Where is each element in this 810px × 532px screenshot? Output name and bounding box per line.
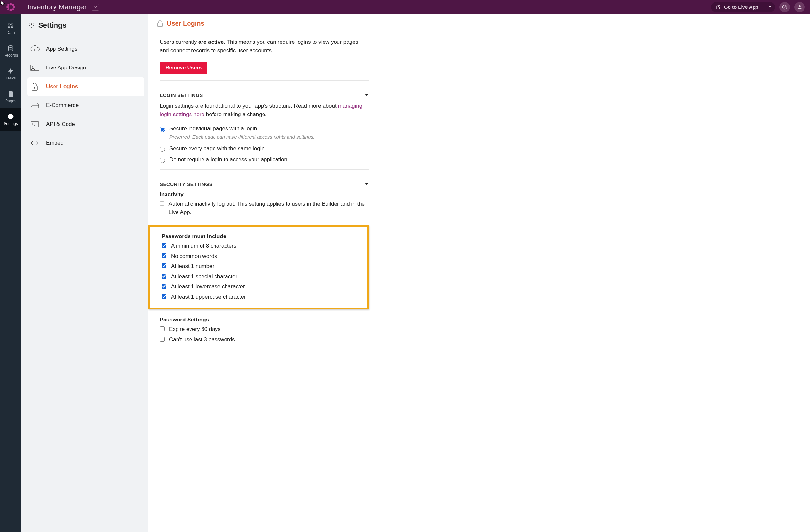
- cards-icon: [30, 101, 40, 109]
- collapse-toggle[interactable]: [365, 181, 369, 187]
- pages-icon: [7, 90, 14, 97]
- left-rail: Data Records Tasks Pages Settings: [0, 14, 21, 532]
- passwords-heading: Passwords must include: [162, 233, 360, 240]
- svg-rect-18: [34, 88, 35, 89]
- gear-icon: [7, 113, 14, 120]
- settings-item-label: Live App Design: [46, 65, 86, 71]
- rail-label: Data: [6, 31, 15, 35]
- app-dropdown[interactable]: [92, 3, 99, 11]
- section-title: LOGIN SETTINGS: [160, 93, 203, 98]
- settings-item-live-app-design[interactable]: Live App Design: [27, 59, 144, 77]
- check-label: At least 1 uppercase character: [171, 293, 246, 301]
- svg-rect-26: [158, 23, 162, 27]
- pw-rule-number[interactable]: At least 1 number: [162, 262, 360, 270]
- help-button[interactable]: [779, 2, 790, 12]
- intro-pre: Users currently: [160, 39, 198, 45]
- checkbox-input[interactable]: [160, 326, 164, 331]
- user-icon: [797, 4, 803, 10]
- cloud-gear-icon: [30, 45, 40, 53]
- help-icon: [782, 4, 787, 10]
- checkbox-input[interactable]: [162, 243, 166, 248]
- radio-input[interactable]: [160, 127, 165, 132]
- svg-point-13: [34, 49, 35, 51]
- check-label: No common words: [171, 252, 217, 261]
- check-label: A minimum of 8 characters: [171, 242, 236, 250]
- pw-rule-lowercase[interactable]: At least 1 lowercase character: [162, 283, 360, 291]
- settings-item-label: API & Code: [46, 121, 75, 128]
- radio-no-login[interactable]: Do not require a login to access your ap…: [160, 156, 369, 163]
- svg-point-2: [6, 6, 9, 8]
- checkbox-input[interactable]: [160, 201, 164, 206]
- check-label: At least 1 lowercase character: [171, 283, 245, 291]
- settings-item-app-settings[interactable]: App Settings: [27, 39, 144, 59]
- svg-rect-20: [32, 104, 38, 108]
- radio-label: Secure every page with the same login: [169, 145, 264, 152]
- settings-header: Settings: [28, 20, 141, 35]
- section-title: SECURITY SETTINGS: [160, 181, 213, 187]
- svg-point-23: [33, 143, 34, 144]
- account-button[interactable]: [794, 2, 805, 12]
- checkbox-input[interactable]: [162, 263, 166, 268]
- embed-icon: [30, 139, 40, 147]
- tasks-icon: [7, 67, 14, 74]
- radio-input[interactable]: [160, 157, 165, 163]
- radio-label: Do not require a login to access your ap…: [169, 156, 287, 163]
- radio-secure-every[interactable]: Secure every page with the same login: [160, 145, 369, 152]
- go-live-caret[interactable]: [767, 5, 773, 9]
- rail-label: Pages: [5, 99, 16, 103]
- rail-item-data[interactable]: Data: [0, 17, 21, 40]
- intro-text: Users currently are active. This means y…: [160, 38, 369, 54]
- caret-down-icon: [365, 182, 369, 186]
- security-settings-section-bar[interactable]: SECURITY SETTINGS: [160, 169, 369, 187]
- pw-rule-special[interactable]: At least 1 special character: [162, 272, 360, 281]
- lock-icon: [30, 82, 40, 91]
- caret-down-icon: [365, 93, 369, 97]
- checkbox-input[interactable]: [162, 274, 166, 279]
- pw-rule-min8[interactable]: A minimum of 8 characters: [162, 242, 360, 250]
- pw-rule-uppercase[interactable]: At least 1 uppercase character: [162, 293, 360, 301]
- rail-item-records[interactable]: Records: [0, 40, 21, 63]
- rail-item-settings[interactable]: Settings: [0, 108, 21, 131]
- settings-item-label: User Logins: [46, 83, 78, 90]
- rail-label: Records: [3, 53, 18, 58]
- svg-point-0: [10, 3, 12, 5]
- svg-point-12: [31, 24, 32, 26]
- checkbox-input[interactable]: [160, 337, 164, 342]
- external-link-icon: [716, 4, 721, 10]
- pw-settings-heading: Password Settings: [160, 317, 369, 323]
- checkbox-input[interactable]: [162, 253, 166, 258]
- collapse-toggle[interactable]: [365, 93, 369, 98]
- settings-panel: Settings App Settings Live App Design Us…: [21, 14, 148, 532]
- svg-point-24: [34, 143, 35, 144]
- go-to-live-app-button[interactable]: Go to Live App: [711, 2, 775, 12]
- radio-secure-individual[interactable]: Secure individual pages with a login: [160, 126, 369, 132]
- terminal-icon: [30, 120, 40, 128]
- pw-rule-no-common[interactable]: No common words: [162, 252, 360, 261]
- content-area: User Logins Users currently are active. …: [148, 14, 810, 532]
- inactivity-checkbox-row[interactable]: Automatic inactivity log out. This setti…: [160, 200, 369, 216]
- check-label: At least 1 number: [171, 262, 214, 270]
- settings-item-user-logins[interactable]: User Logins: [27, 77, 144, 96]
- radio-label: Secure individual pages with a login: [169, 126, 257, 132]
- pw-expire-row[interactable]: Expire every 60 days: [160, 325, 369, 333]
- settings-item-ecommerce[interactable]: E-Commerce: [27, 96, 144, 115]
- rail-label: Settings: [3, 121, 17, 126]
- rail-item-tasks[interactable]: Tasks: [0, 63, 21, 85]
- settings-item-api-code[interactable]: API & Code: [27, 115, 144, 134]
- checkbox-input[interactable]: [162, 284, 166, 289]
- check-label: Expire every 60 days: [169, 325, 221, 333]
- desc-post: before making a change.: [205, 111, 267, 117]
- page-title: User Logins: [167, 20, 205, 27]
- checkbox-input[interactable]: [162, 294, 166, 299]
- login-settings-desc: Login settings are foundational to your …: [160, 102, 369, 118]
- settings-item-embed[interactable]: Embed: [27, 134, 144, 152]
- radio-input[interactable]: [160, 147, 165, 152]
- svg-rect-22: [31, 122, 38, 127]
- pw-history-row[interactable]: Can't use last 3 passwords: [160, 335, 369, 344]
- settings-title: Settings: [38, 21, 66, 30]
- remove-users-button[interactable]: Remove Users: [160, 62, 207, 74]
- topbar: Inventory Manager Go to Live App: [0, 0, 810, 14]
- login-settings-section-bar[interactable]: LOGIN SETTINGS: [160, 81, 369, 98]
- rail-item-pages[interactable]: Pages: [0, 85, 21, 108]
- rail-label: Tasks: [6, 76, 16, 81]
